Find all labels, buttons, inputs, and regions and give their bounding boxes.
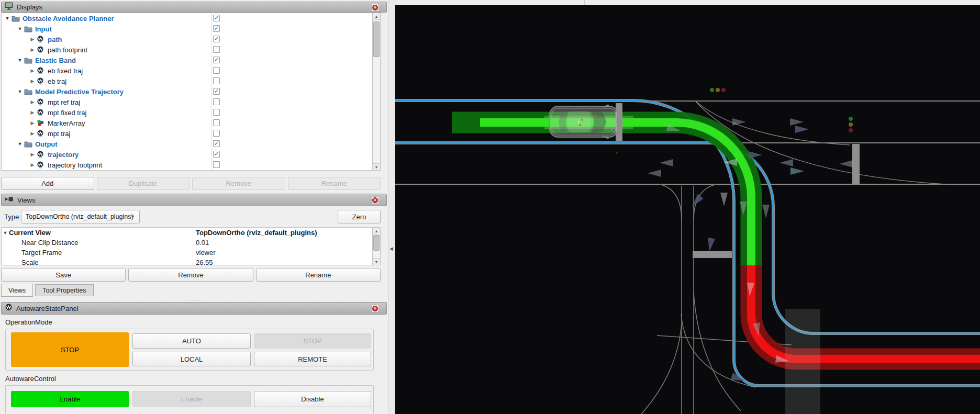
collapse-arrow-icon[interactable]: ▶: [29, 47, 36, 52]
displays-icon: [5, 2, 13, 12]
display-enabled-checkbox[interactable]: ✓: [213, 140, 220, 147]
folder-icon: [24, 140, 33, 148]
collapse-arrow-icon[interactable]: ▶: [29, 152, 36, 157]
display-name: trajectory: [48, 151, 79, 159]
collapse-arrow-icon[interactable]: ▶: [29, 131, 36, 136]
displays-add-button[interactable]: Add: [1, 177, 94, 190]
property-value[interactable]: TopDownOrtho (rviz_default_plugins): [193, 229, 373, 237]
scroll-down-icon[interactable]: ▼: [373, 258, 380, 265]
scroll-down-icon[interactable]: ▼: [373, 163, 380, 170]
collapse-arrow-icon[interactable]: ▶: [29, 68, 36, 73]
collapse-arrow-icon[interactable]: ▶: [29, 79, 36, 84]
displays-panel-header[interactable]: Displays ✕: [1, 2, 387, 13]
display-enabled-checkbox[interactable]: [213, 67, 220, 74]
display-enabled-checkbox[interactable]: [213, 130, 220, 137]
tab-views[interactable]: Views: [1, 284, 33, 297]
display-tree-row[interactable]: ▶trajectory footprint: [2, 160, 380, 170]
3d-viewport[interactable]: [395, 0, 980, 414]
local-button[interactable]: LOCAL: [132, 352, 251, 366]
collapse-arrow-icon[interactable]: ▶: [29, 37, 36, 42]
display-tree-row[interactable]: ▶path footprint: [2, 44, 380, 55]
scroll-up-icon[interactable]: ▲: [373, 13, 380, 20]
expand-arrow-icon[interactable]: ▼: [2, 230, 9, 236]
panel-viewport-splitter[interactable]: ◀: [388, 0, 395, 414]
display-tree-row[interactable]: ▶mpt ref traj: [2, 97, 380, 107]
display-enabled-checkbox[interactable]: [213, 77, 220, 84]
views-panel-header[interactable]: Views ✕: [1, 194, 387, 206]
expand-arrow-icon[interactable]: ▼: [17, 141, 23, 147]
views-rename-button[interactable]: Rename: [256, 268, 381, 282]
stop-button[interactable]: STOP: [254, 333, 371, 349]
scroll-up-icon[interactable]: ▲: [373, 228, 380, 234]
display-tree-row[interactable]: ▼Output✓: [2, 139, 380, 149]
views-save-button[interactable]: Save: [1, 268, 126, 282]
displays-tree-scrollbar[interactable]: ▲ ▼: [372, 13, 380, 170]
expand-arrow-icon[interactable]: ▼: [17, 26, 23, 31]
display-enabled-checkbox[interactable]: ✓: [213, 15, 220, 21]
display-enabled-checkbox[interactable]: [213, 98, 220, 105]
display-tree-row[interactable]: ▶path✓: [2, 34, 380, 44]
property-row[interactable]: Scale26.55: [2, 258, 380, 265]
collapse-left-icon: ◀: [389, 246, 393, 251]
collapse-arrow-icon[interactable]: ▶: [29, 162, 36, 167]
collapse-arrow-icon[interactable]: ▶: [29, 99, 36, 105]
display-tree-row[interactable]: ▼Input✓: [2, 24, 380, 34]
display-enabled-checkbox[interactable]: ✓: [213, 88, 220, 95]
property-value[interactable]: 0.01: [193, 239, 373, 247]
expand-arrow-icon[interactable]: ▼: [4, 16, 10, 21]
displays-remove-button[interactable]: Remove: [192, 177, 285, 190]
close-icon: ✕: [372, 197, 378, 203]
autoware-close-button[interactable]: ✕: [371, 305, 379, 312]
expand-arrow-icon[interactable]: ▼: [17, 58, 23, 63]
displays-rename-button[interactable]: Rename: [288, 177, 381, 190]
splitter-handle[interactable]: ······: [0, 172, 388, 176]
collapse-arrow-icon[interactable]: ▶: [29, 120, 36, 126]
display-enabled-checkbox[interactable]: [213, 109, 220, 116]
display-enabled-checkbox[interactable]: [213, 46, 220, 53]
displays-duplicate-button[interactable]: Duplicate: [97, 177, 190, 190]
display-tree-row[interactable]: ▼Elastic Band✓: [2, 55, 380, 65]
displays-tree[interactable]: ▼Obstacle Avoidance Planner✓▼Input✓▶path…: [1, 13, 381, 171]
display-enabled-checkbox[interactable]: [213, 119, 220, 126]
display-enabled-checkbox[interactable]: ✓: [213, 151, 220, 158]
display-tree-row[interactable]: ▶trajectory✓: [2, 149, 380, 160]
views-close-button[interactable]: ✕: [371, 196, 379, 204]
property-value[interactable]: 26.55: [193, 259, 373, 265]
scrollbar-thumb[interactable]: [373, 235, 380, 251]
display-tree-row[interactable]: ▶MarkerArray: [2, 118, 380, 128]
display-tree-row[interactable]: ▶mpt fixed traj: [2, 107, 380, 118]
display-tree-row[interactable]: ▼Model Predictive Trajectory✓: [2, 86, 380, 97]
operation-mode-label: OperationMode: [5, 318, 52, 326]
displays-button-row: AddDuplicateRemoveRename: [1, 177, 381, 190]
view-type-combobox[interactable]: TopDownOrtho (rviz_default_plugins) ▼: [21, 210, 140, 223]
auto-button[interactable]: AUTO: [132, 333, 251, 349]
zero-button[interactable]: Zero: [338, 210, 381, 223]
display-enabled-checkbox[interactable]: ✓: [213, 36, 220, 42]
property-row[interactable]: Near Clip Distance0.01: [2, 238, 380, 248]
autoware-state-panel-header[interactable]: AutowareStatePanel ✕: [1, 302, 387, 315]
tab-tool-properties[interactable]: Tool Properties: [35, 284, 93, 296]
display-name: eb traj: [48, 77, 66, 85]
property-row[interactable]: ▼Current ViewTopDownOrtho (rviz_default_…: [2, 228, 380, 238]
enable-button[interactable]: Enable: [132, 391, 251, 407]
display-enabled-checkbox[interactable]: [213, 161, 220, 168]
autoware-icon: [37, 98, 46, 106]
display-tree-row[interactable]: ▶eb traj: [2, 76, 380, 86]
display-enabled-checkbox[interactable]: ✓: [213, 25, 220, 32]
scrollbar-thumb[interactable]: [373, 21, 380, 57]
display-tree-row[interactable]: ▶eb fixed traj: [2, 65, 380, 76]
property-row[interactable]: Target Frameviewer: [2, 248, 380, 258]
remote-button[interactable]: REMOTE: [254, 352, 371, 366]
current-view-properties[interactable]: ▼Current ViewTopDownOrtho (rviz_default_…: [1, 227, 381, 265]
displays-close-button[interactable]: ✕: [371, 4, 379, 12]
display-tree-row[interactable]: ▶mpt traj: [2, 128, 380, 139]
property-value[interactable]: viewer: [193, 249, 373, 256]
display-enabled-checkbox[interactable]: ✓: [213, 57, 220, 63]
disable-button[interactable]: Disable: [254, 391, 371, 407]
display-tree-row[interactable]: ▼Obstacle Avoidance Planner✓: [2, 13, 380, 24]
collapse-arrow-icon[interactable]: ▶: [29, 110, 36, 115]
views-table-scrollbar[interactable]: ▲ ▼: [372, 228, 380, 265]
expand-arrow-icon[interactable]: ▼: [17, 89, 23, 94]
views-remove-button[interactable]: Remove: [128, 268, 253, 282]
crosswalk-area-box: [785, 309, 820, 414]
